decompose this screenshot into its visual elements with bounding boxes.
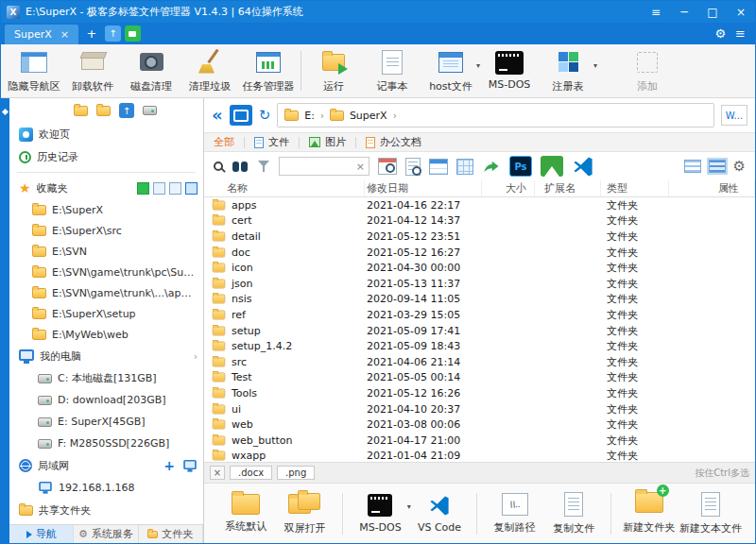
- sidebar-item-lan-host[interactable]: 192.168.1.168: [9, 477, 203, 499]
- file-row[interactable]: icon 2021-04-30 00:00 文件夹: [204, 260, 755, 276]
- address-overflow-button[interactable]: W...: [721, 105, 747, 126]
- filter-tab-files[interactable]: 文件: [254, 135, 289, 149]
- path-segment-drive[interactable]: E:: [304, 110, 315, 122]
- sidebar-item-favorites[interactable]: ★ 收藏夹: [9, 177, 203, 199]
- sidebar-item-history[interactable]: 历史记录: [9, 145, 203, 168]
- list-view-icon[interactable]: [684, 160, 701, 173]
- export-share-icon[interactable]: [482, 158, 501, 175]
- layout-active-icon[interactable]: [185, 182, 198, 195]
- file-row[interactable]: src 2021-04-06 21:14 文件夹: [204, 354, 755, 370]
- copy-file-button[interactable]: 复制文件: [545, 487, 603, 540]
- file-row[interactable]: Tools 2021-05-12 16:26 文件夹: [204, 385, 755, 401]
- disk-cleanup-button[interactable]: 磁盘清理: [122, 46, 180, 95]
- filter-tab-images[interactable]: 图片: [309, 135, 346, 149]
- favorite-folder-item[interactable]: E:\SVN\game\trunk\pc\SuperX: [9, 262, 203, 282]
- hide-nav-button[interactable]: 隐藏导航区: [5, 46, 63, 95]
- maximize-button[interactable]: □: [698, 1, 727, 23]
- host-file-button[interactable]: host文件 ▾: [421, 46, 480, 95]
- sidebar-item-my-computer[interactable]: 我的电脑 ›: [9, 345, 203, 367]
- msdos-here-button[interactable]: MS-DOS ▾: [352, 487, 409, 540]
- type-bar-close-button[interactable]: ×: [210, 466, 225, 480]
- clear-input-icon[interactable]: ×: [356, 161, 365, 173]
- file-row[interactable]: setup_1.4.2 2021-05-09 18:43 文件夹: [204, 338, 755, 354]
- filter-tab-docs[interactable]: 办公文档: [366, 135, 421, 149]
- sidebar-item-lan[interactable]: 局域网 +: [9, 454, 203, 477]
- file-row[interactable]: apps 2021-04-16 22:17 文件夹: [204, 197, 755, 213]
- open-system-default-button[interactable]: 系统默认: [217, 487, 275, 540]
- vscode-icon[interactable]: [572, 155, 594, 178]
- table-view-icon[interactable]: [429, 159, 448, 175]
- sidebar-tab-folders[interactable]: 文件夹: [139, 525, 203, 543]
- folder-open-icon[interactable]: [96, 106, 111, 116]
- file-search-icon[interactable]: [405, 158, 421, 176]
- detail-view-icon[interactable]: [709, 160, 726, 173]
- image-viewer-icon[interactable]: [541, 156, 563, 177]
- grid-view-icon[interactable]: [456, 159, 473, 175]
- favorite-folder-item[interactable]: E:\SVN\game\trunk\...\application: [9, 282, 203, 303]
- add-host-icon[interactable]: +: [163, 459, 175, 472]
- filter-funnel-icon[interactable]: [257, 160, 270, 173]
- file-row[interactable]: setup 2021-05-09 17:41 文件夹: [204, 323, 755, 339]
- file-row[interactable]: wxapp 2021-01-04 21:09 文件夹: [204, 449, 755, 463]
- tab-close-icon[interactable]: ×: [60, 28, 69, 41]
- refresh-icon[interactable]: ↻: [259, 109, 271, 123]
- header-type[interactable]: 类型: [601, 180, 669, 196]
- file-row[interactable]: detail 2021-05-12 23:51 文件夹: [204, 229, 755, 245]
- drive-icon[interactable]: [143, 106, 157, 115]
- settings-gear-icon[interactable]: ⚙: [714, 26, 726, 41]
- type-tab-docx[interactable]: .docx: [230, 466, 272, 480]
- sidebar-accent-strip[interactable]: [1, 98, 9, 543]
- msdos-button[interactable]: MS-DOS: [480, 46, 539, 95]
- folder-shortcut-icon[interactable]: [125, 26, 141, 42]
- new-tab-button[interactable]: +: [82, 26, 101, 41]
- new-favorite-icon[interactable]: [137, 182, 149, 195]
- filter-tab-all[interactable]: 全部: [214, 135, 234, 149]
- menu-icon[interactable]: ≡: [642, 1, 670, 23]
- junk-clean-button[interactable]: 清理垃圾: [180, 46, 239, 95]
- folder-icon[interactable]: [74, 106, 88, 116]
- favorite-folder-item[interactable]: E:\MyWeb\web: [9, 324, 203, 345]
- computer-icon[interactable]: [183, 459, 197, 468]
- file-row[interactable]: doc 2021-05-12 16:27 文件夹: [204, 245, 755, 261]
- sidebar-tab-navigation[interactable]: 导航: [9, 525, 74, 543]
- type-tab-png[interactable]: .png: [277, 466, 315, 480]
- favorite-folder-item[interactable]: E:\SuperX\setup: [9, 303, 203, 324]
- drive-item[interactable]: C: 本地磁盘[131GB]: [9, 367, 203, 389]
- drive-item[interactable]: F: M2850SSD[226GB]: [9, 433, 203, 454]
- favorite-folder-item[interactable]: E:\SuperX\src: [9, 220, 203, 241]
- dual-screen-open-button[interactable]: 双屏打开: [277, 487, 335, 540]
- search-icon[interactable]: [214, 162, 223, 171]
- file-row[interactable]: nsis 2020-09-14 11:05 文件夹: [204, 292, 755, 308]
- notepad-button[interactable]: 记事本: [363, 46, 421, 95]
- file-row[interactable]: ref 2021-03-29 15:05 文件夹: [204, 307, 755, 323]
- layout-icon[interactable]: [153, 182, 165, 195]
- header-date[interactable]: 修改日期: [365, 180, 482, 196]
- header-ext[interactable]: 扩展名: [535, 180, 601, 196]
- minimize-button[interactable]: ─: [670, 1, 698, 23]
- file-row[interactable]: web 2021-03-08 00:06 文件夹: [204, 416, 755, 433]
- uninstall-software-button[interactable]: 卸载软件: [63, 46, 122, 95]
- header-attr[interactable]: 属性: [669, 180, 755, 196]
- drive-item[interactable]: D: download[203GB]: [9, 389, 203, 411]
- run-button[interactable]: 运行: [304, 46, 363, 95]
- settings-gear-icon[interactable]: ⚙: [733, 160, 746, 174]
- filter-input[interactable]: [284, 160, 352, 174]
- registry-button[interactable]: 注册表 ▾: [539, 46, 597, 95]
- new-text-file-button[interactable]: 新建文本文件: [679, 487, 742, 540]
- new-folder-button[interactable]: + 新建文件夹: [620, 487, 678, 540]
- copy-path-button[interactable]: \\.. 复制路径: [486, 487, 543, 540]
- dropdown-arrow-icon[interactable]: ▾: [593, 61, 597, 70]
- file-row[interactable]: ui 2021-04-10 20:37 文件夹: [204, 401, 755, 417]
- path-segment-folder[interactable]: SuperX: [350, 110, 387, 122]
- sidebar-item-welcome[interactable]: 欢迎页: [9, 123, 203, 145]
- task-manager-button[interactable]: 任务管理器: [239, 46, 298, 95]
- hamburger-menu-icon[interactable]: ≡: [735, 26, 746, 41]
- file-row[interactable]: Test 2021-05-05 00:14 文件夹: [204, 370, 755, 386]
- binoculars-icon[interactable]: [232, 160, 249, 174]
- file-row[interactable]: web_button 2021-04-17 21:00 文件夹: [204, 433, 755, 449]
- favorite-folder-item[interactable]: E:\SuperX: [9, 199, 203, 220]
- favorite-folder-item[interactable]: E:\SVN: [9, 241, 203, 262]
- export-icon[interactable]: ↑: [105, 26, 121, 42]
- add-button[interactable]: 添加: [618, 46, 677, 95]
- sidebar-item-shared-folders[interactable]: 共享文件夹: [9, 499, 203, 521]
